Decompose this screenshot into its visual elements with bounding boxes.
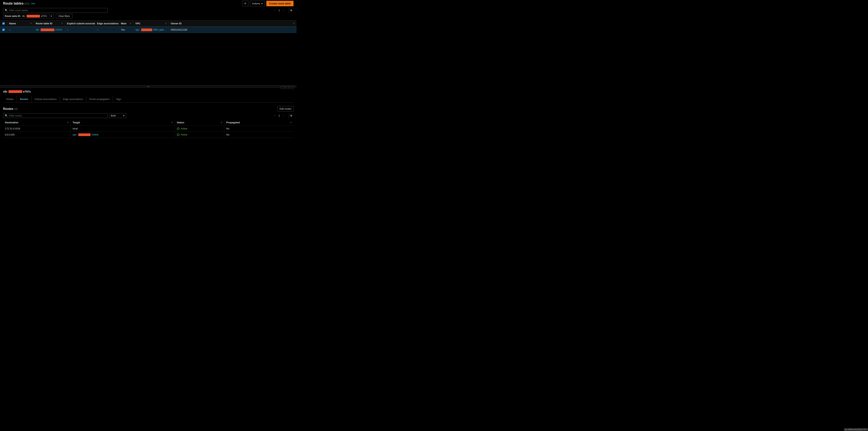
caret-down-icon: ▾ [261,2,263,5]
route-scope-select[interactable]: Both ▾ [109,113,126,118]
col-target[interactable]: Target▽ [71,120,175,125]
actions-label: Actions [252,2,260,5]
cell-propagated: No [224,132,293,138]
info-link[interactable]: Info [31,2,35,5]
detail-panel-title: rtb-e757c [3,90,293,93]
edit-routes-button[interactable]: Edit routes [278,106,293,111]
page-prev-button[interactable]: 〈 [272,8,277,13]
filter-route-tables-search[interactable]: 🔍 [3,8,107,13]
check-circle-icon [177,133,180,136]
routes-page-next-button[interactable]: 〉 [282,113,286,118]
filter-chip-prefix: rtb- [22,15,26,18]
sort-caret-icon: ▽ [165,23,167,25]
tab-edge-associations[interactable]: Edge associations [60,96,86,102]
cell-target: local [71,126,175,132]
col-status[interactable]: Status▽ [175,120,224,125]
cell-destination: 172.31.0.0/16 [3,126,71,132]
tab-subnet-associations[interactable]: Subnet associations [32,96,60,102]
row-checkbox[interactable] [2,29,5,31]
detail-tabs: Details Routes Subnet associations Edge … [3,96,293,103]
filter-chip-route-table-id[interactable]: Route table ID: rtb- e757c ✕ [3,14,54,19]
page-title: Route tables [3,2,24,5]
cell-main: Yes [119,27,133,33]
col-name[interactable]: Name▽ [7,21,34,26]
cell-status: Active [175,132,224,138]
redacted-block [141,29,152,31]
actions-dropdown[interactable]: Actions ▾ [250,1,265,6]
filter-chip-suffix: e757c [41,15,47,18]
cell-name: – [7,27,34,33]
col-owner-id[interactable]: Owner ID▽ [169,21,297,26]
redacted-block [27,15,40,18]
filter-routes-search[interactable]: 🔍 [3,113,107,118]
create-route-table-button[interactable]: Create route table [266,1,293,6]
check-circle-icon [177,127,180,130]
layout-bottom-icon[interactable] [281,86,284,89]
sort-caret-icon: ▽ [67,122,69,124]
filter-route-tables-input[interactable] [9,9,106,12]
cell-route-table-id[interactable]: rtb-e757c [34,27,65,33]
cell-edge-assoc: – [95,27,119,33]
filter-chip-key: Route table ID: [5,15,21,18]
col-vpc[interactable]: VPC▽ [133,21,169,26]
sort-caret-icon: ▽ [221,122,222,124]
tab-tags[interactable]: Tags [113,96,124,102]
redacted-block [8,90,22,93]
routes-row: 0.0.0.0/0 igw-538e6 Active No [3,132,293,138]
refresh-button[interactable]: ⟳ [242,1,248,6]
search-icon: 🔍 [5,9,8,12]
page-current: 1 [278,9,281,12]
tab-routes[interactable]: Routes [17,96,32,102]
cell-vpc[interactable]: vpc-ff68 | jedi-… [133,27,169,33]
sort-caret-icon: ▽ [61,23,63,25]
route-tables-header-row: Name▽ Route table ID▽ Explicit subnet as… [0,21,297,27]
routes-subtitle: Routes [3,107,13,110]
cell-target[interactable]: igw-538e6 [71,132,175,138]
col-edge-assoc[interactable]: Edge associations [95,21,119,26]
cell-owner-id: 099318422188 [169,27,297,33]
redacted-block [78,133,91,136]
caret-down-icon: ▾ [123,114,125,117]
sort-caret-icon: ▽ [30,23,32,25]
cell-explicit-subnet-assoc: – [65,27,95,33]
filter-routes-input[interactable] [9,114,106,117]
sort-caret-icon: ▽ [171,122,173,124]
tab-route-propagation[interactable]: Route propagation [86,96,113,102]
layout-full-icon[interactable] [285,86,289,89]
col-main[interactable]: Main▽ [119,21,133,26]
routes-table-settings-button[interactable]: ⚙ [289,113,293,118]
table-row[interactable]: – rtb-e757c – – Yes vpc-ff68 | jedi-… 09… [0,27,297,33]
drag-handle-icon [147,86,150,87]
routes-row: 172.31.0.0/16 local Active No [3,126,293,132]
sort-caret-icon: ▽ [290,122,291,124]
sort-caret-icon: ▽ [130,23,131,25]
cell-status: Active [175,126,224,132]
select-all-checkbox[interactable] [2,22,5,25]
table-settings-button[interactable]: ⚙ [289,8,293,12]
redacted-block [41,29,54,31]
page-title-count: (1/1) [24,2,29,5]
cell-destination: 0.0.0.0/0 [3,132,71,138]
col-route-table-id[interactable]: Route table ID▽ [34,21,65,26]
remove-filter-chip-button[interactable]: ✕ [49,15,52,18]
routes-count: (2) [14,107,18,110]
clear-filters-button[interactable]: Clear filters [56,14,72,19]
col-propagated[interactable]: Propagated▽ [224,120,293,125]
route-scope-value: Both [111,114,116,117]
routes-header-row: Destination▽ Target▽ Status▽ Propagated▽ [3,120,293,126]
sort-caret-icon: ▽ [293,23,294,25]
pane-splitter[interactable] [0,86,297,88]
cell-propagated: No [224,126,293,132]
routes-page-prev-button[interactable]: 〈 [272,113,277,118]
refresh-icon: ⟳ [244,2,246,5]
layout-side-icon[interactable] [290,86,293,89]
routes-page-current: 1 [278,114,281,117]
search-icon: 🔍 [5,114,8,117]
col-destination[interactable]: Destination▽ [3,120,71,125]
col-explicit-subnet-assoc[interactable]: Explicit subnet associat… [65,21,95,26]
tab-details[interactable]: Details [3,96,17,102]
page-next-button[interactable]: 〉 [282,8,286,13]
